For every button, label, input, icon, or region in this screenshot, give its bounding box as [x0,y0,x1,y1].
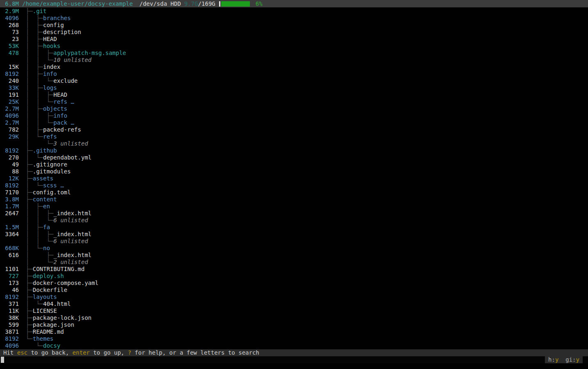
entry-size: 616 [0,252,19,259]
tree-row[interactable]: 15K │ ├─index [0,64,588,71]
tree-row[interactable]: 3871 ├─README.md [0,328,588,335]
tree-row[interactable]: 4096 │ │ ├─info [0,112,588,119]
tree-row[interactable]: 3.8M ├─content [0,196,588,203]
tree-row[interactable]: 270 │ └─dependabot.yml [0,154,588,161]
entry-name: layouts [33,294,57,301]
tree-row[interactable]: 8192 ├─layouts [0,294,588,301]
disk-used: 9.7G [184,0,198,7]
entry-name: README.md [33,328,64,335]
entry-name: Dockerfile [33,287,67,294]
tree-row[interactable]: 11K ├─LICENSE [0,308,588,314]
tree-branch-lines: │ └─ [19,182,43,189]
unlisted-note: 6 unlisted [53,217,88,224]
entry-size: 3.8M [0,196,19,203]
entry-name: index [43,64,60,71]
tree-branch-lines: │ ├─ [19,84,43,91]
tree-row[interactable]: │ │ └─10 unlisted [0,57,588,64]
tree-row[interactable]: 53K │ ├─hooks [0,43,588,50]
entry-name: content [33,196,57,203]
flag-value: y [576,356,579,363]
tree-branch-lines: ├─ [19,273,33,280]
tree-row[interactable]: 191 │ │ ├─HEAD [0,91,588,98]
tree-row[interactable]: 4096 └─docsy [0,342,588,349]
tree-row[interactable]: │ └─3 unlisted [0,140,588,147]
tree-row[interactable]: 2.7M │ │ └─pack … [0,119,588,126]
tree-row[interactable]: 38K ├─package-lock.json [0,314,588,321]
entry-size [0,57,19,64]
tree-branch-lines: │ ├─ [19,29,43,36]
tree-row[interactable]: 12K ├─assets [0,175,588,182]
tree-row[interactable]: 268 │ ├─config [0,22,588,29]
entry-size: 1.7M [0,203,19,210]
tree-branch-lines: ├─ [19,287,33,294]
tree-row[interactable]: 240 │ │ └─exclude [0,77,588,84]
entry-name: refs … [53,98,74,105]
tree-row[interactable]: 8192 │ └─scss … [0,182,588,189]
entry-name: packed-refs [43,126,81,133]
tree-row[interactable]: 73 │ ├─description [0,29,588,36]
tree-row[interactable]: │ │ └─6 unlisted [0,217,588,224]
tree-branch-lines: │ ├─ [19,71,43,77]
entry-size: 2.7M [0,105,19,112]
tree-row[interactable]: 8192 │ ├─info [0,71,588,77]
tree-row[interactable]: 23 │ ├─HEAD [0,36,588,43]
entry-size: 8192 [0,182,19,189]
tree-row[interactable]: 727 ├─deploy.sh [0,273,588,280]
tree-row[interactable]: 668K │ └─no [0,245,588,252]
tree-row[interactable]: 8192 ├─.github [0,147,588,154]
tree-row[interactable]: 2.7M │ ├─objects [0,105,588,112]
entry-size: 46 [0,287,19,294]
entry-name: hooks [43,43,60,50]
entry-size: 88 [0,168,19,175]
text-cursor [1,357,4,363]
entry-size [0,259,19,266]
key-hint: enter [73,349,90,356]
tree-row[interactable]: 173 ├─docker-compose.yaml [0,280,588,287]
entry-name: themes [33,335,54,342]
tree-branch-lines: │ │ └─ [19,238,53,245]
disk-bar-fill [221,1,250,7]
tree-row[interactable]: 46 ├─Dockerfile [0,287,588,294]
tree-row[interactable]: 7170 ├─config.toml [0,189,588,196]
search-input[interactable]: h:y gi:y [0,356,588,363]
tree-row[interactable]: 2.9M ├─.git [0,8,588,15]
tree-branch-lines: │ │ ├─ [19,210,53,217]
tree-row[interactable]: 1.7M │ ├─en [0,203,588,210]
tree-branch-lines: │ │ ├─ [19,112,53,119]
tree-row[interactable]: 2647 │ │ ├─_index.html [0,210,588,217]
unlisted-note: 10 unlisted [53,57,92,64]
entry-size: 3871 [0,328,19,335]
tree-row[interactable]: │ └─2 unlisted [0,259,588,266]
tree-branch-lines: ├─ [19,168,33,175]
tree-row[interactable]: 371 │ └─404.html [0,301,588,308]
tree-row[interactable]: 33K │ ├─logs [0,84,588,91]
tree-row[interactable]: 4096 │ ├─branches [0,15,588,22]
tree-row[interactable]: 49 ├─.gitignore [0,161,588,168]
entry-size: 8192 [0,147,19,154]
tree-row[interactable]: 478 │ │ ├─applypatch-msg.sample [0,50,588,57]
tree-row[interactable]: 3364 │ │ ├─_index.html [0,231,588,238]
tree-row[interactable]: 599 ├─package.json [0,321,588,328]
tree-branch-lines: │ │ └─ [19,119,53,126]
tree-row[interactable]: 88 ├─.gitmodules [0,168,588,175]
tree-row[interactable]: 616 │ ├─_index.html [0,252,588,259]
tree-row[interactable]: 25K │ │ └─refs … [0,98,588,105]
tree-branch-lines: │ └─ [19,245,43,252]
tree-row[interactable]: 29K │ └─refs [0,133,588,140]
tree-branch-lines: ├─ [19,147,33,154]
tree-branch-lines: │ │ └─ [19,77,53,84]
tree-row[interactable]: 8192 └─themes [0,335,588,342]
tree-row[interactable]: 782 │ ├─packed-refs [0,126,588,133]
entry-size: 2.9M [0,8,19,15]
current-path[interactable]: /home/example-user/docsy-example [22,0,133,7]
header-bar: 6.8M /home/example-user/docsy-example /d… [0,0,588,7]
entry-name: _index.html [53,210,92,217]
entry-size: 11K [0,308,19,314]
unlisted-note: 3 unlisted [53,140,88,147]
tree-row[interactable]: 1.5M │ ├─fa [0,224,588,231]
tree-row[interactable]: │ │ └─6 unlisted [0,238,588,245]
entry-name: info [53,112,67,119]
tree-branch-lines: ├─ [19,321,33,328]
disk-bar-start [219,1,220,7]
tree-row[interactable]: 1101 ├─CONTRIBUTING.md [0,266,588,273]
